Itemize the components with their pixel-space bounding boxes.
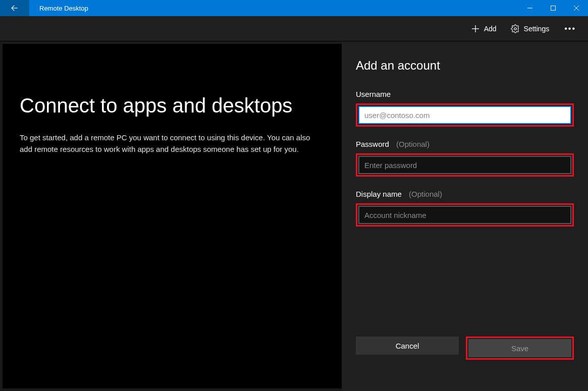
password-input-highlight [356, 153, 574, 177]
maximize-button[interactable] [542, 0, 565, 16]
displayname-input-highlight [356, 203, 574, 227]
add-account-panel: Add an account Username Password (Option… [342, 41, 588, 391]
page-description: To get started, add a remote PC you want… [20, 132, 317, 155]
panel-buttons: Cancel Save [356, 337, 574, 360]
username-input-highlight [356, 103, 574, 127]
main-panel: Connect to apps and desktops To get star… [3, 44, 342, 388]
add-button[interactable]: Add [466, 21, 502, 36]
page-title: Connect to apps and desktops [20, 94, 325, 117]
save-button[interactable]: Save [468, 339, 571, 357]
app-title: Remote Desktop [39, 5, 88, 12]
ellipsis-icon: ••• [564, 24, 576, 33]
svg-rect-2 [551, 6, 556, 11]
minimize-icon [527, 5, 533, 11]
back-button[interactable] [0, 0, 29, 16]
save-button-highlight: Save [466, 337, 574, 360]
panel-title: Add an account [356, 59, 574, 73]
password-input[interactable] [358, 156, 571, 174]
close-button[interactable] [565, 0, 588, 16]
content-area: Connect to apps and desktops To get star… [0, 41, 588, 391]
titlebar: Remote Desktop [0, 0, 588, 16]
minimize-button[interactable] [518, 0, 542, 16]
more-button[interactable]: ••• [558, 21, 582, 36]
settings-button[interactable]: Settings [506, 21, 555, 36]
displayname-group: Display name (Optional) [356, 190, 574, 227]
password-optional: (Optional) [396, 140, 430, 148]
displayname-label: Display name (Optional) [356, 190, 574, 198]
cancel-button[interactable]: Cancel [356, 337, 459, 355]
username-input[interactable] [358, 106, 571, 124]
displayname-optional: (Optional) [409, 190, 442, 198]
close-icon [573, 5, 579, 11]
maximize-icon [550, 5, 556, 11]
gear-icon [511, 24, 520, 33]
command-bar: Add Settings ••• [0, 16, 588, 41]
svg-point-7 [514, 27, 516, 30]
password-group: Password (Optional) [356, 140, 574, 177]
settings-label: Settings [524, 25, 550, 33]
add-label: Add [484, 25, 497, 33]
plus-icon [471, 24, 480, 33]
window-controls [518, 0, 588, 16]
password-label: Password (Optional) [356, 140, 574, 148]
back-arrow-icon [10, 4, 19, 13]
displayname-input[interactable] [358, 206, 571, 224]
username-label: Username [356, 90, 574, 98]
username-group: Username [356, 90, 574, 127]
